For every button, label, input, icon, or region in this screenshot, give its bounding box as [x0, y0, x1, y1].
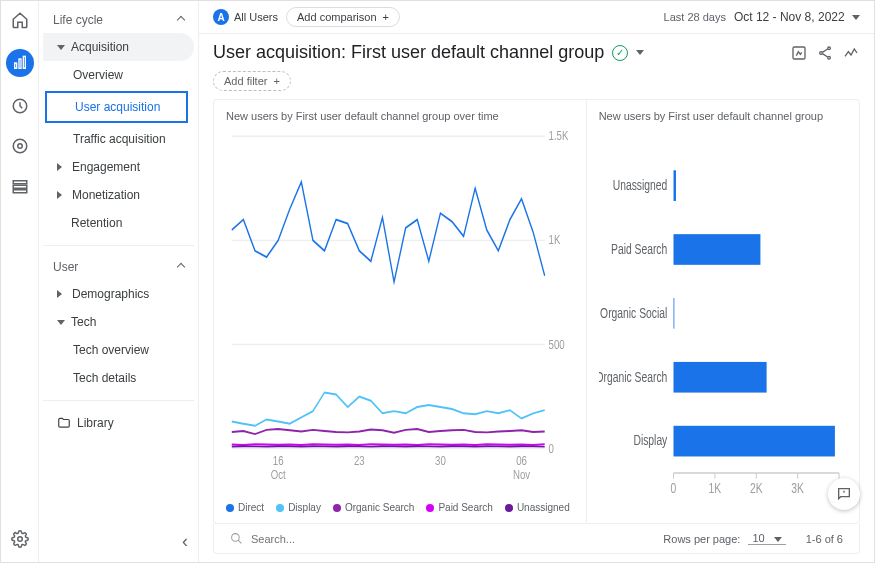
sidebar-item-label: Tech	[71, 315, 96, 329]
chevron-right-icon	[57, 163, 66, 171]
sidebar-section-lifecycle[interactable]: Life cycle	[43, 7, 194, 33]
svg-rect-36	[673, 426, 834, 457]
svg-rect-7	[13, 185, 27, 188]
svg-point-11	[828, 47, 831, 50]
svg-text:23: 23	[354, 452, 365, 468]
svg-text:3K: 3K	[791, 480, 804, 496]
chat-icon	[836, 486, 852, 502]
svg-text:Organic Social: Organic Social	[600, 305, 667, 321]
reports-icon[interactable]	[6, 49, 34, 77]
svg-point-4	[17, 144, 22, 149]
plus-icon: +	[273, 75, 279, 87]
legend-item[interactable]: Paid Search	[426, 502, 492, 513]
button-label: Add comparison	[297, 11, 377, 23]
sidebar-item-label: Acquisition	[71, 40, 129, 54]
svg-point-13	[828, 56, 831, 59]
sidebar: Life cycle Acquisition Overview User acq…	[39, 1, 199, 562]
sidebar-sub-overview[interactable]: Overview	[43, 61, 194, 89]
svg-rect-0	[14, 63, 16, 68]
sidebar-sub-tech-overview[interactable]: Tech overview	[43, 336, 194, 364]
chevron-down-icon	[852, 15, 860, 20]
line-chart-legend: DirectDisplayOrganic SearchPaid SearchUn…	[226, 498, 574, 513]
sidebar-item-monetization[interactable]: Monetization	[43, 181, 194, 209]
rows-per-page-select[interactable]: 10	[748, 532, 785, 545]
pagination-range: 1-6 of 6	[806, 533, 843, 545]
date-range-picker[interactable]: Oct 12 - Nov 8, 2022	[734, 10, 860, 24]
section-title: Life cycle	[53, 13, 103, 27]
page-title: User acquisition: First user default cha…	[213, 42, 604, 63]
search-icon	[230, 532, 243, 545]
svg-text:1.5K: 1.5K	[549, 128, 569, 144]
sidebar-item-tech[interactable]: Tech	[43, 308, 194, 336]
chevron-down-icon	[57, 320, 65, 325]
sidebar-sub-user-acquisition[interactable]: User acquisition	[45, 91, 188, 123]
sidebar-sub-traffic-acquisition[interactable]: Traffic acquisition	[43, 125, 194, 153]
svg-text:Paid Search: Paid Search	[611, 241, 667, 257]
legend-item[interactable]: Display	[276, 502, 321, 513]
segment-badge: A	[213, 9, 229, 25]
svg-rect-30	[673, 234, 760, 265]
svg-text:0: 0	[549, 440, 555, 456]
chevron-down-icon	[57, 45, 65, 50]
sidebar-item-engagement[interactable]: Engagement	[43, 153, 194, 181]
segment-chip-all-users[interactable]: A All Users	[213, 9, 278, 25]
divider	[43, 245, 194, 246]
svg-point-9	[17, 537, 22, 542]
main-content: A All Users Add comparison + Last 28 day…	[199, 1, 874, 562]
add-comparison-button[interactable]: Add comparison +	[286, 7, 400, 27]
section-title: User	[53, 260, 78, 274]
legend-item[interactable]: Direct	[226, 502, 264, 513]
sidebar-item-library[interactable]: Library	[43, 409, 194, 437]
sidebar-section-user[interactable]: User	[43, 254, 194, 280]
share-icon[interactable]	[816, 44, 834, 62]
divider	[43, 400, 194, 401]
settings-icon[interactable]	[9, 528, 31, 550]
svg-rect-28	[673, 170, 675, 201]
svg-text:Display: Display	[633, 433, 668, 449]
legend-item[interactable]: Unassigned	[505, 502, 570, 513]
svg-text:2K: 2K	[750, 480, 763, 496]
chevron-right-icon	[57, 290, 66, 298]
svg-rect-1	[19, 59, 21, 68]
svg-text:Unassigned: Unassigned	[612, 177, 667, 193]
chart-title: New users by First user default channel …	[599, 110, 847, 122]
home-icon[interactable]	[9, 9, 31, 31]
explore-icon[interactable]	[9, 95, 31, 117]
sidebar-item-acquisition[interactable]: Acquisition	[43, 33, 194, 61]
line-chart-card: New users by First user default channel …	[213, 99, 586, 524]
svg-rect-32	[673, 298, 674, 329]
status-check-icon[interactable]: ✓	[612, 45, 628, 61]
sidebar-item-retention[interactable]: Retention	[43, 209, 194, 237]
svg-text:1K: 1K	[708, 480, 721, 496]
advertising-icon[interactable]	[9, 135, 31, 157]
svg-text:0: 0	[670, 480, 676, 496]
chevron-down-icon	[774, 537, 782, 542]
topbar: A All Users Add comparison + Last 28 day…	[199, 1, 874, 34]
feedback-button[interactable]	[828, 478, 860, 510]
bar-chart-card: New users by First user default channel …	[586, 99, 860, 524]
chevron-right-icon	[57, 191, 66, 199]
folder-icon	[57, 416, 71, 430]
svg-text:Nov: Nov	[513, 466, 530, 482]
sidebar-item-demographics[interactable]: Demographics	[43, 280, 194, 308]
configure-icon[interactable]	[9, 175, 31, 197]
customize-report-icon[interactable]	[790, 44, 808, 62]
svg-text:Organic Search: Organic Search	[599, 369, 667, 385]
legend-item[interactable]: Organic Search	[333, 502, 414, 513]
svg-text:Oct: Oct	[271, 466, 287, 482]
svg-point-12	[820, 51, 823, 54]
filter-row: Add filter +	[199, 71, 874, 99]
search-input[interactable]	[251, 533, 371, 545]
app-root: Life cycle Acquisition Overview User acq…	[0, 0, 875, 563]
chevron-up-icon	[177, 263, 185, 271]
sidebar-sub-tech-details[interactable]: Tech details	[43, 364, 194, 392]
sidebar-item-label: Demographics	[72, 287, 149, 301]
collapse-sidebar-button[interactable]: ‹	[182, 531, 188, 552]
svg-rect-34	[673, 362, 766, 393]
add-filter-button[interactable]: Add filter +	[213, 71, 291, 91]
nav-rail	[1, 1, 39, 562]
chart-title: New users by First user default channel …	[226, 110, 574, 122]
svg-text:500: 500	[549, 336, 565, 352]
sidebar-item-label: Monetization	[72, 188, 140, 202]
insights-icon[interactable]	[842, 44, 860, 62]
